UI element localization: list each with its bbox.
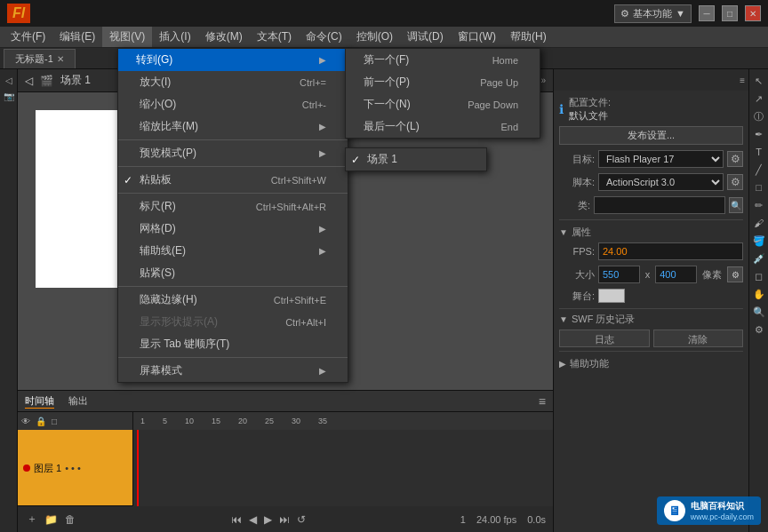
tool-select[interactable]: ↗ xyxy=(751,91,767,107)
panel-arrow-icon: ▼ xyxy=(676,8,685,19)
menu-item-goto[interactable]: 转到(G) ▶ xyxy=(118,49,348,71)
sidebar-camera-icon[interactable]: 📷 xyxy=(2,89,16,103)
tool-pencil[interactable]: ✏ xyxy=(751,197,767,213)
tool-settings[interactable]: ⚙ xyxy=(751,322,767,337)
menu-item-grid[interactable]: 网格(D) ▶ xyxy=(118,218,348,240)
menu-item-zoomratio[interactable]: 缩放比率(M) ▶ xyxy=(118,115,348,138)
minimize-button[interactable]: ─ xyxy=(699,5,715,21)
tool-lasso[interactable]: ⓛ xyxy=(751,108,767,124)
delete-layer-icon[interactable]: 🗑 xyxy=(63,512,77,528)
add-layer-icon[interactable]: ＋ xyxy=(25,510,39,528)
tab-output[interactable]: 输出 xyxy=(68,394,88,408)
tool-eyedropper[interactable]: 💉 xyxy=(751,250,767,266)
frame-25: 25 xyxy=(265,417,274,425)
separator3 xyxy=(118,193,348,194)
menu-item-taborder[interactable]: 显示 Tab 键顺序(T) xyxy=(118,333,348,355)
tool-text[interactable]: T xyxy=(751,144,767,160)
add-folder-icon[interactable]: 📁 xyxy=(43,512,60,528)
script-gear-icon[interactable]: ⚙ xyxy=(727,174,743,190)
menu-command[interactable]: 命令(C) xyxy=(299,27,349,47)
stage-color-swatch[interactable] xyxy=(598,289,625,303)
menu-item-hideedges[interactable]: 隐藏边缘(H) Ctrl+Shift+E xyxy=(118,289,348,311)
tool-brush[interactable]: 🖌 xyxy=(751,215,767,231)
goto-next[interactable]: 下一个(N) Page Down xyxy=(346,93,540,115)
size-gear-icon[interactable]: ⚙ xyxy=(727,266,743,282)
tool-zoom[interactable]: 🔍 xyxy=(751,304,767,320)
aux-arrow-icon[interactable]: ▶ xyxy=(559,359,566,369)
height-input[interactable] xyxy=(655,266,697,283)
right-menu-icon[interactable]: ≡ xyxy=(740,75,745,85)
tab-timeline[interactable]: 时间轴 xyxy=(25,394,54,409)
frame-30: 30 xyxy=(292,417,300,425)
menu-file[interactable]: 文件(F) xyxy=(4,27,52,47)
menu-debug[interactable]: 调试(D) xyxy=(400,27,451,47)
menu-item-zoomout[interactable]: 缩小(O) Ctrl+- xyxy=(118,93,348,115)
menu-item-snapping[interactable]: 贴紧(S) xyxy=(118,262,348,284)
layer-row[interactable]: 图层 1 • • • xyxy=(18,430,132,506)
scene-label: 场景 1 xyxy=(60,73,91,88)
menu-item-ruler[interactable]: 标尺(R) Ctrl+Shift+Alt+R xyxy=(118,195,348,218)
swf-arrow-icon[interactable]: ▼ xyxy=(559,314,568,324)
right-top-bar: ≡ xyxy=(554,69,748,91)
tool-line[interactable]: ╱ xyxy=(751,162,767,178)
tab-untitled1[interactable]: 无标题-1 ✕ xyxy=(4,49,76,68)
publish-settings-button[interactable]: 发布设置... xyxy=(559,126,743,145)
prev-frame-icon[interactable]: ◀ xyxy=(247,512,259,528)
tool-pen[interactable]: ✒ xyxy=(751,126,767,142)
fps-input[interactable] xyxy=(598,242,743,260)
frame-10: 10 xyxy=(185,417,194,425)
separator1 xyxy=(118,139,348,140)
menu-item-zoomin[interactable]: 放大(I) Ctrl+= xyxy=(118,71,348,93)
script-select[interactable]: ActionScript 3.0 xyxy=(598,173,724,191)
tab-close-icon[interactable]: ✕ xyxy=(57,54,64,64)
timeline-menu-icon[interactable]: ≡ xyxy=(539,394,546,409)
maximize-button[interactable]: □ xyxy=(722,5,738,21)
sidebar-arrow-icon[interactable]: ◁ xyxy=(2,73,16,87)
px-label: 像素 xyxy=(700,268,724,282)
tool-paint-bucket[interactable]: 🪣 xyxy=(751,233,767,249)
menu-text[interactable]: 文本(T) xyxy=(250,27,299,47)
header-scroll-icon[interactable]: » xyxy=(540,75,546,85)
menu-window[interactable]: 窗口(W) xyxy=(451,27,503,47)
tool-arrow[interactable]: ↖ xyxy=(751,73,767,89)
loop-icon[interactable]: ↺ xyxy=(295,512,308,528)
tool-rect[interactable]: □ xyxy=(751,179,767,195)
target-gear-icon[interactable]: ⚙ xyxy=(727,151,743,167)
outline-icon[interactable]: □ xyxy=(52,417,57,426)
menu-item-screenmode[interactable]: 屏幕模式 ▶ xyxy=(118,360,348,382)
goto-last[interactable]: 最后一个(L) End xyxy=(346,115,540,138)
settings-panel-btn[interactable]: ⚙ 基本功能 ▼ xyxy=(614,4,692,23)
menu-help[interactable]: 帮助(H) xyxy=(503,27,554,47)
close-button[interactable]: ✕ xyxy=(745,5,761,21)
menu-edit[interactable]: 编辑(E) xyxy=(52,27,102,47)
eye-icon[interactable]: 👁 xyxy=(21,417,30,426)
scene-back-icon[interactable]: ◁ xyxy=(25,75,33,87)
menu-item-preview[interactable]: 预览模式(P) ▶ xyxy=(118,142,348,164)
goto-prev[interactable]: 前一个(P) Page Up xyxy=(346,71,540,93)
menu-view[interactable]: 视图(V) xyxy=(102,27,152,47)
menu-item-guides[interactable]: 辅助线(E) ▶ xyxy=(118,240,348,262)
play-icon[interactable]: ▶ xyxy=(262,512,274,528)
attributes-arrow-icon[interactable]: ▼ xyxy=(559,227,568,237)
menu-insert[interactable]: 插入(I) xyxy=(152,27,197,47)
target-select[interactable]: Flash Player 17 xyxy=(598,150,724,168)
lock-icon[interactable]: 🔒 xyxy=(36,417,46,426)
tool-hand[interactable]: ✋ xyxy=(751,286,767,302)
view-dropdown-menu: 转到(G) ▶ 放大(I) Ctrl+= 缩小(O) Ctrl+- 缩放比率(M… xyxy=(117,48,348,383)
go-last-icon[interactable]: ⏭ xyxy=(277,512,292,528)
swf-buttons: 日志 清除 xyxy=(559,330,743,347)
menu-modify[interactable]: 修改(M) xyxy=(198,27,250,47)
divider3 xyxy=(559,351,743,352)
clear-button[interactable]: 清除 xyxy=(653,330,744,347)
goto-first[interactable]: 第一个(F) Home xyxy=(346,49,540,71)
scene1-item[interactable]: 场景 1 xyxy=(346,148,486,171)
go-first-icon[interactable]: ⏮ xyxy=(229,512,244,528)
class-input[interactable] xyxy=(594,196,725,214)
menu-control[interactable]: 控制(O) xyxy=(349,27,400,47)
class-search-icon[interactable]: 🔍 xyxy=(729,197,743,213)
tool-eraser[interactable]: ◻ xyxy=(751,268,767,284)
menu-item-pasteboard[interactable]: 粘贴板 Ctrl+Shift+W xyxy=(118,169,348,191)
layer-color-dot xyxy=(23,465,30,472)
log-button[interactable]: 日志 xyxy=(559,330,650,347)
width-input[interactable] xyxy=(598,266,640,283)
